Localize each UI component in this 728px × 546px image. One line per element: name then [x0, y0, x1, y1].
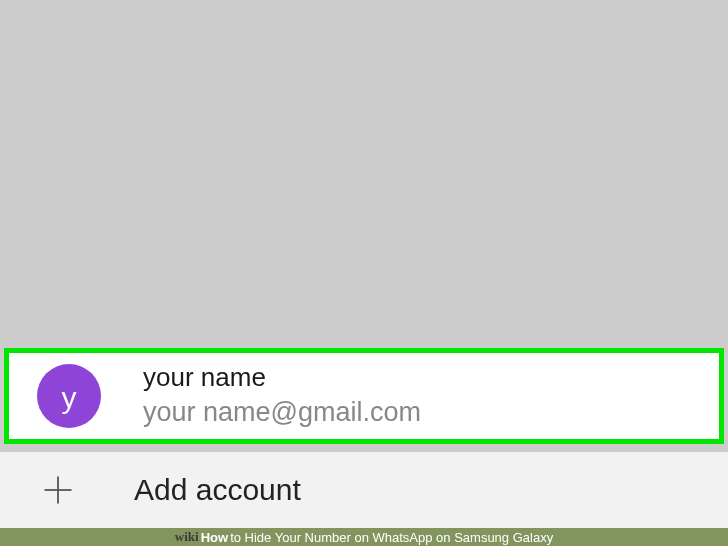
top-spacer — [0, 0, 728, 348]
avatar: y — [37, 364, 101, 428]
watermark-title: to Hide Your Number on WhatsApp on Samsu… — [230, 530, 553, 545]
account-row[interactable]: y your name your name@gmail.com — [4, 348, 724, 444]
account-text: your name your name@gmail.com — [143, 362, 421, 430]
account-name: your name — [143, 362, 421, 393]
add-account-row[interactable]: Add account — [0, 452, 728, 528]
account-email: your name@gmail.com — [143, 395, 421, 430]
plus-icon — [38, 470, 78, 510]
watermark-bar: wikiHow to Hide Your Number on WhatsApp … — [0, 528, 728, 546]
watermark-how: How — [201, 530, 228, 545]
add-account-label: Add account — [134, 473, 301, 507]
avatar-letter: y — [62, 381, 77, 415]
watermark-wiki: wiki — [175, 529, 199, 545]
